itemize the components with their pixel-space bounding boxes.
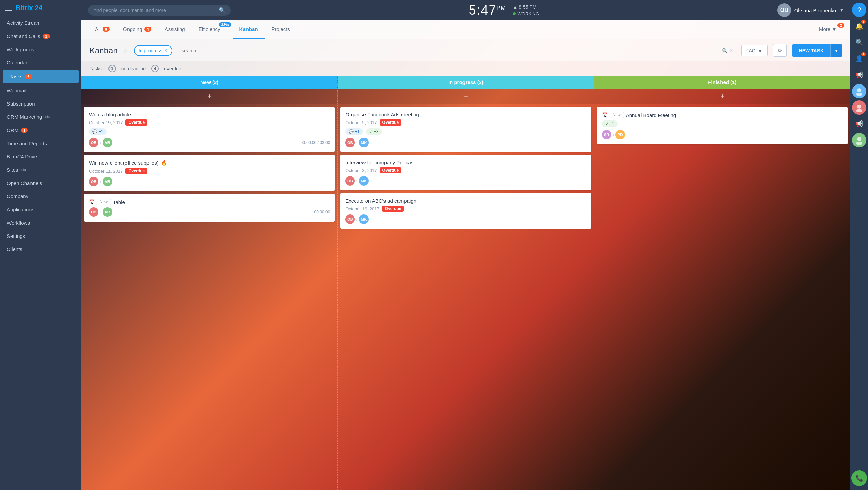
search-input[interactable]: [88, 5, 231, 16]
sidebar-item-company[interactable]: Company: [0, 190, 81, 203]
task-card[interactable]: Organise Facebook Ads meeting October 5,…: [340, 107, 591, 152]
sidebar-label-webmail: Webmail: [7, 88, 26, 93]
sidebar-item-crm[interactable]: CRM 1: [0, 124, 81, 137]
tab-efficiency-badge: 33%: [219, 22, 231, 27]
column-header-inprogress: In progress (3): [338, 76, 594, 89]
task-date: October 3, 2017 Overdue: [345, 167, 586, 173]
arrow-icon: ›: [356, 178, 358, 184]
sidebar-item-workgroups[interactable]: Workgroups: [0, 43, 81, 56]
avatar: MK: [359, 176, 369, 186]
sidebar-item-webmail[interactable]: Webmail: [0, 84, 81, 97]
task-avatars: OB › MK: [345, 176, 369, 186]
task-date-text: October 3, 2017: [345, 168, 377, 173]
sidebar: Bitrix 24 Activity Stream Chat and Calls…: [0, 0, 81, 490]
task-title-text: Write a blog article: [89, 112, 131, 117]
arrow-icon: ›: [100, 140, 101, 145]
sidebar-item-settings[interactable]: Settings: [0, 229, 81, 243]
chevron-down-icon: ▼: [840, 8, 844, 13]
faq-button[interactable]: FAQ ▼: [741, 45, 768, 56]
task-card[interactable]: Interview for company Podcast October 3,…: [340, 155, 591, 190]
user-circle-3[interactable]: [852, 133, 866, 147]
tab-all[interactable]: All 6: [88, 20, 116, 39]
task-meta: ✓ +2: [602, 120, 843, 127]
star-icon[interactable]: ☆: [123, 47, 129, 54]
status-badge: New: [97, 199, 111, 205]
sidebar-badge-crm: 1: [21, 128, 28, 133]
tab-more[interactable]: More ▼ 2: [812, 20, 844, 39]
kanban-search-input[interactable]: [178, 48, 720, 53]
new-task-dropdown-button[interactable]: ▼: [830, 44, 842, 57]
status-badge: New: [610, 112, 624, 118]
arrow-icon: ›: [356, 216, 358, 222]
finished-column-cards: 📅 New Annual Board Meeting ✓ +2: [594, 104, 850, 490]
avatar: AB: [103, 177, 112, 186]
sidebar-item-calendar[interactable]: Calendar: [0, 56, 81, 69]
task-card[interactable]: Win new client (office supplies) 🔥 Octob…: [84, 155, 335, 191]
task-title: Interview for company Podcast: [345, 159, 586, 165]
filter-tag-in-progress[interactable]: In progress ×: [134, 45, 172, 56]
clock-status: ▲ 8:55 PM WORKING: [513, 4, 539, 16]
sidebar-item-chat-and-calls[interactable]: Chat and Calls 1: [0, 30, 81, 43]
crm-marketing-beta: beta: [43, 115, 50, 119]
user-circle-1[interactable]: [852, 84, 866, 98]
task-date-text: October 11, 2017: [89, 169, 123, 174]
new-task-group: NEW TASK ▼: [792, 44, 842, 57]
task-card[interactable]: 📅 New Table OB › AB 00:00:00: [84, 194, 335, 222]
content-area: All 6 Ongoing 4 Assisting Efficiency 33%…: [81, 20, 850, 490]
tab-efficiency[interactable]: Efficiency 33%: [192, 20, 233, 39]
sidebar-item-clients[interactable]: Clients: [0, 243, 81, 256]
tab-ongoing[interactable]: Ongoing 4: [116, 20, 158, 39]
clock-display: 5:47PM: [469, 3, 506, 18]
clear-search-icon[interactable]: ×: [730, 48, 733, 54]
kanban-column-finished: Finished (1) + 📅 New Annual Board Meetin…: [594, 76, 850, 490]
overdue-label: overdue: [164, 66, 181, 71]
sidebar-item-subscription[interactable]: Subscription: [0, 97, 81, 110]
task-title: 📅 New Table: [89, 199, 330, 205]
new-task-button[interactable]: NEW TASK: [792, 44, 831, 57]
add-task-new-button[interactable]: +: [81, 89, 337, 104]
tabs-bar: All 6 Ongoing 4 Assisting Efficiency 33%…: [81, 20, 850, 39]
notifications-button[interactable]: 🔔 1: [852, 19, 866, 33]
task-meta: 💬 +1 ✓ +3: [345, 128, 586, 135]
task-footer: OB › MK: [345, 214, 586, 224]
sidebar-badge-tasks: 6: [25, 74, 32, 79]
tab-ongoing-badge: 4: [144, 27, 151, 32]
search-button-right[interactable]: 🔍: [852, 35, 866, 50]
close-icon[interactable]: ×: [164, 48, 167, 54]
task-avatars: OB › AB: [89, 207, 112, 217]
sidebar-item-bitrix24-drive[interactable]: Bitrix24.Drive: [0, 150, 81, 163]
task-title: Write a blog article: [89, 112, 330, 117]
hamburger-menu[interactable]: [5, 6, 12, 11]
sidebar-item-workflows[interactable]: Workflows: [0, 216, 81, 229]
task-card[interactable]: 📅 New Annual Board Meeting ✓ +2: [597, 107, 848, 144]
task-card[interactable]: Execute on ABC's ad campaign October 19,…: [340, 193, 591, 229]
help-button[interactable]: ?: [852, 3, 866, 17]
megaphone-button-2[interactable]: 📢: [852, 117, 866, 131]
tab-assisting[interactable]: Assisting: [158, 20, 192, 39]
tab-projects[interactable]: Projects: [265, 20, 297, 39]
add-task-inprogress-button[interactable]: +: [338, 89, 594, 104]
sidebar-item-crm-marketing[interactable]: CRM Marketing beta: [0, 110, 81, 124]
sidebar-item-tasks[interactable]: Tasks 6: [3, 70, 79, 83]
sidebar-item-sites[interactable]: Sites beta: [0, 163, 81, 176]
search-input-area: 🔍 ×: [175, 46, 736, 55]
settings-button[interactable]: ⚙: [773, 44, 787, 57]
tab-kanban[interactable]: Kanban: [233, 20, 265, 39]
sidebar-label-applications: Applications: [7, 207, 34, 212]
sidebar-label-chat-and-calls: Chat and Calls: [7, 33, 40, 39]
sidebar-item-time-and-reports[interactable]: Time and Reports: [0, 137, 81, 150]
megaphone-button[interactable]: 📢: [852, 68, 866, 82]
sidebar-label-sites: Sites: [7, 167, 18, 173]
add-task-finished-button[interactable]: +: [594, 89, 850, 104]
sidebar-item-activity-stream[interactable]: Activity Stream: [0, 16, 81, 30]
sidebar-item-applications[interactable]: Applications: [0, 203, 81, 216]
sidebar-item-open-channels[interactable]: Open Channels: [0, 176, 81, 190]
user-avatar-icon: [855, 87, 864, 96]
task-card[interactable]: Write a blog article October 19, 2017 Ov…: [84, 107, 335, 152]
profile-button-right[interactable]: 👤 1: [852, 52, 866, 66]
user-circle-2[interactable]: [852, 100, 866, 115]
inprogress-column-cards: Organise Facebook Ads meeting October 5,…: [338, 104, 594, 490]
user-area[interactable]: OB Oksana Bednenko ▼: [777, 3, 844, 17]
phone-button[interactable]: 📞: [851, 470, 867, 486]
task-date-text: October 19, 2017: [89, 120, 123, 125]
